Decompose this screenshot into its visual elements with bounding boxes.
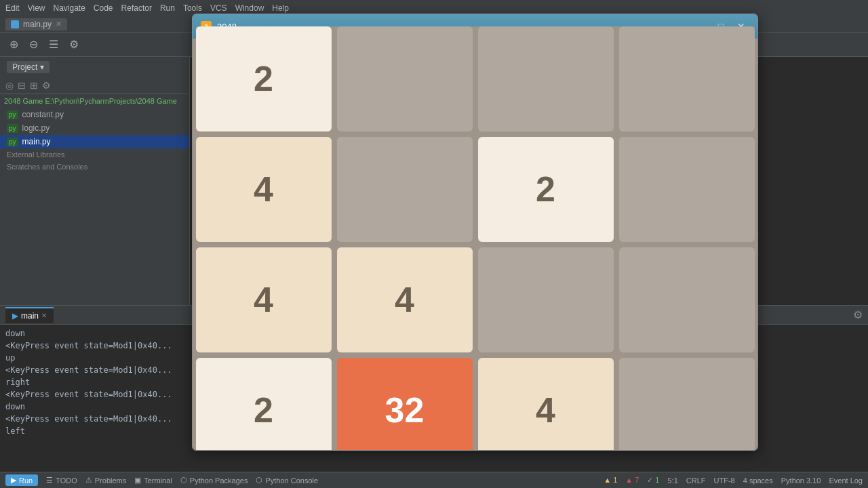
console-icon: ⬡ — [256, 476, 262, 485]
menu-window[interactable]: Window — [235, 3, 264, 13]
sidebar-settings-icon[interactable]: ⚙ — [42, 80, 51, 91]
status-right: ▲ 1 ▲ 7 ✓ 1 5:1 CRLF UTF-8 4 spaces Pyth… — [604, 476, 863, 485]
run-label: Run — [19, 476, 33, 485]
project-selector[interactable]: Project ▾ — [7, 61, 50, 73]
packages-label: Python Packages — [190, 476, 248, 485]
game-board[interactable]: 2 4 2 4 4 2 32 4 — [193, 39, 757, 450]
cell-2-0: 4 — [196, 247, 332, 352]
python-console-item[interactable]: ⬡ Python Console — [256, 476, 318, 485]
sidebar-file-main[interactable]: py main.py — [0, 135, 189, 148]
project-breadcrumb: 2048 Game E:\Python\PycharmProjects\2048… — [0, 94, 189, 108]
python-packages-item[interactable]: ⬡ Python Packages — [180, 476, 248, 485]
run-button[interactable]: ▶ Run — [5, 474, 38, 486]
warnings-badge: ▲ 1 — [604, 476, 617, 485]
problems-icon: ⚠ — [85, 476, 92, 485]
problems-item[interactable]: ⚠ Problems — [85, 476, 126, 485]
todo-item[interactable]: ☰ TODO — [46, 476, 77, 485]
tab-close-icon[interactable]: ✕ — [56, 20, 62, 28]
python-version-indicator: Python 3.10 — [781, 476, 821, 485]
cell-3-0: 2 — [196, 358, 332, 451]
encoding-indicator: UTF-8 — [714, 476, 735, 485]
sidebar-collapse-icon[interactable]: ⊟ — [18, 80, 26, 91]
cell-2-2 — [478, 247, 614, 352]
run-settings-icon[interactable]: ⚙ — [853, 308, 863, 321]
sidebar-filename-main: main.py — [22, 137, 51, 146]
toolbar-collapse-icon[interactable]: ⊖ — [25, 35, 42, 54]
run-tab-icon: ▶ — [12, 311, 18, 321]
tab-filename: main.py — [23, 20, 52, 29]
run-icon: ▶ — [11, 476, 16, 485]
position-indicator: 5:1 — [668, 476, 678, 485]
menu-run[interactable]: Run — [160, 3, 175, 13]
project-label: Project — [12, 62, 37, 72]
run-tab-close[interactable]: ✕ — [41, 312, 47, 319]
cell-2-1: 4 — [337, 247, 473, 352]
toolbar-expand-icon[interactable]: ⊕ — [5, 35, 22, 54]
cell-0-0: 2 — [196, 26, 332, 131]
menu-vcs[interactable]: VCS — [210, 3, 227, 13]
sidebar-scratches-consoles[interactable]: Scratches and Consoles — [0, 161, 189, 173]
sidebar-filename-constant: constant.py — [22, 110, 64, 119]
menu-refactor[interactable]: Refactor — [121, 3, 152, 13]
toolbar-settings-icon[interactable]: ⚙ — [65, 35, 83, 54]
sidebar-expand-icon[interactable]: ⊞ — [30, 80, 38, 91]
terminal-item[interactable]: ▣ Terminal — [134, 476, 172, 485]
terminal-icon: ▣ — [134, 476, 141, 485]
cell-0-2 — [478, 26, 614, 131]
py-icon: py — [7, 124, 18, 133]
cell-2-3 — [619, 247, 755, 352]
cell-3-3 — [619, 358, 755, 451]
menu-navigate[interactable]: Navigate — [53, 3, 85, 13]
sidebar-external-libraries[interactable]: External Libraries — [0, 148, 189, 161]
sidebar-locate-icon[interactable]: ◎ — [5, 80, 14, 91]
terminal-label: Terminal — [144, 476, 172, 485]
problems-label: Problems — [95, 476, 126, 485]
menu-edit[interactable]: Edit — [5, 3, 20, 13]
list-icon: ☰ — [46, 476, 53, 485]
menu-code[interactable]: Code — [94, 3, 113, 13]
cell-1-1 — [337, 137, 473, 242]
sidebar-header: Project ▾ — [0, 57, 189, 77]
indent-indicator: 4 spaces — [743, 476, 773, 485]
errors-badge: ▲ 7 — [625, 476, 639, 485]
sidebar-toolbar: ◎ ⊟ ⊞ ⚙ — [0, 77, 189, 94]
cell-1-2: 2 — [478, 137, 614, 242]
game-window: 2 2048 ─ □ ✕ 2 4 2 4 4 2 32 — [192, 14, 758, 451]
run-tab-label: main — [21, 311, 39, 321]
board-grid: 2 4 2 4 4 2 32 4 — [196, 26, 755, 451]
sidebar-file-constant[interactable]: py constant.py — [0, 108, 189, 121]
menu-tools[interactable]: Tools — [183, 3, 202, 13]
cell-3-1: 32 — [337, 358, 473, 451]
todo-label: TODO — [56, 476, 77, 485]
line-sep-indicator: CRLF — [686, 476, 706, 485]
ok-badge: ✓ 1 — [647, 476, 659, 485]
cell-1-0: 4 — [196, 137, 332, 242]
event-log-item[interactable]: Event Log — [829, 476, 863, 485]
toolbar-sort-icon[interactable]: ☰ — [45, 35, 62, 54]
menu-view[interactable]: View — [28, 3, 45, 13]
python-file-icon — [11, 20, 19, 28]
menu-help[interactable]: Help — [272, 3, 289, 13]
sidebar-filename-logic: logic.py — [22, 123, 50, 133]
py-icon: py — [7, 110, 18, 119]
console-label: Python Console — [265, 476, 318, 485]
run-tab-main[interactable]: ▶ main ✕ — [5, 307, 54, 323]
py-icon: py — [7, 138, 18, 146]
active-tab[interactable]: main.py ✕ — [5, 18, 67, 30]
cell-3-2: 4 — [478, 358, 614, 451]
cell-0-3 — [619, 26, 755, 131]
project-dropdown-icon: ▾ — [40, 62, 44, 72]
packages-icon: ⬡ — [180, 476, 187, 485]
status-bar: ▶ Run ☰ TODO ⚠ Problems ▣ Terminal ⬡ Pyt… — [0, 472, 868, 488]
cell-1-3 — [619, 137, 755, 242]
sidebar-file-logic[interactable]: py logic.py — [0, 121, 189, 135]
cell-0-1 — [337, 26, 473, 131]
